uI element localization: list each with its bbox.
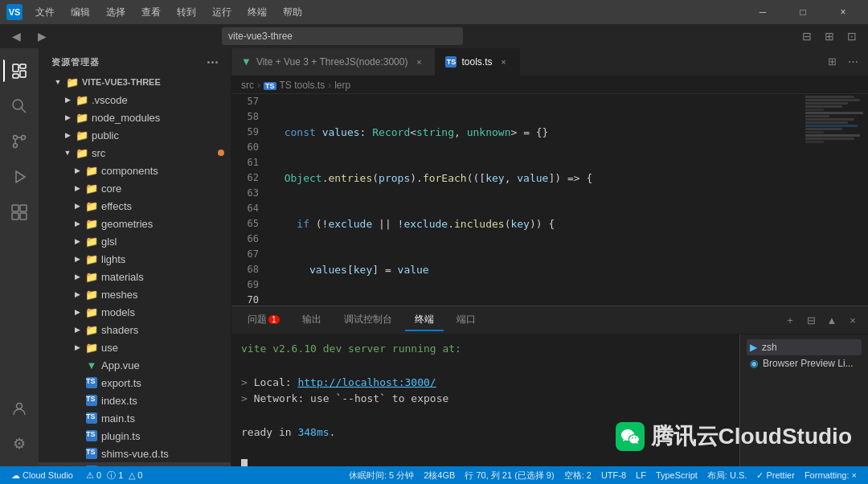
term-line-4: > Network: use `--host` to expose	[241, 391, 730, 408]
layout-icon[interactable]: ⊟	[797, 27, 817, 46]
indentation-status[interactable]: 空格: 2	[559, 466, 596, 484]
sidebar-item-components[interactable]: ▶ 📁 components	[39, 162, 231, 179]
maximize-button[interactable]: □	[784, 0, 821, 24]
language-status[interactable]: TypeScript	[651, 466, 702, 484]
sidebar-item-models[interactable]: ▶ 📁 models	[39, 303, 231, 321]
panel-tab-problems[interactable]: 问题1	[238, 310, 289, 331]
tab-close-button[interactable]: ×	[497, 55, 510, 68]
menu-select[interactable]: 选择	[100, 4, 132, 21]
tab-vite-vue3[interactable]: ▼ Vite + Vue 3 + ThreeJS(node:3000) ×	[231, 48, 436, 76]
resources-status[interactable]: 2核4GB	[419, 466, 460, 484]
maximize-panel-button[interactable]: ▲	[823, 311, 841, 329]
sidebar-item-lights[interactable]: ▶ 📁 lights	[39, 250, 231, 268]
tree-label: public	[92, 129, 119, 142]
explorer-icon[interactable]	[3, 55, 35, 87]
breadcrumb-symbol[interactable]: lerp	[334, 80, 350, 91]
source-control-icon[interactable]	[3, 125, 35, 158]
status-bar: ☁ Cloud Studio ⚠ 0 ⓘ 1 △ 0 休眠时间: 5 分钟 2核…	[0, 466, 868, 484]
menu-terminal[interactable]: 终端	[241, 4, 273, 21]
folder-icon: 📁	[76, 111, 88, 124]
close-button[interactable]: ×	[825, 0, 862, 24]
extensions-icon[interactable]	[3, 196, 35, 228]
code-line-59: if (!exclude || !exclude.includes(key)) …	[272, 216, 804, 232]
close-panel-button[interactable]: ×	[844, 311, 862, 329]
eol-status[interactable]: LF	[631, 466, 651, 484]
line-numbers: 57 58 59 60 61 62 63 64 65 66 67 68 69 7…	[231, 94, 265, 306]
sidebar-item-shaders[interactable]: ▶ 📁 shaders	[39, 321, 231, 338]
sidebar-item-node-modules[interactable]: ▶ 📁 node_modules	[39, 109, 231, 126]
prettier-status[interactable]: ✓ Prettier	[751, 466, 800, 484]
sidebar-item-plugin-ts[interactable]: TS plugin.ts	[39, 427, 231, 445]
tree-arrow: ▼	[61, 146, 74, 159]
cloud-studio-status[interactable]: ☁ Cloud Studio	[6, 466, 78, 484]
search-input[interactable]	[222, 27, 463, 45]
code-editor[interactable]: 57 58 59 60 61 62 63 64 65 66 67 68 69 7…	[231, 94, 868, 306]
folder-icon: 📁	[85, 341, 98, 354]
layout-status[interactable]: 布局: U.S.	[702, 466, 752, 484]
sidebar-item-app-vue[interactable]: ▼ App.vue	[39, 356, 231, 374]
svg-line-5	[22, 109, 27, 113]
layout-icon-3[interactable]: ⊡	[842, 27, 862, 46]
sidebar-item-meshes[interactable]: ▶ 📁 meshes	[39, 285, 231, 303]
formatting-status[interactable]: Formatting: ×	[800, 466, 862, 484]
back-button[interactable]: ◀	[6, 27, 26, 46]
tab-close-button[interactable]: ×	[412, 55, 425, 68]
tree-label: main.ts	[101, 412, 135, 425]
sidebar-item-shims-vue-dts[interactable]: TS shims-vue.d.ts	[39, 445, 231, 462]
tree-item-project-root[interactable]: ▼ 📁 VITE-VUE3-THREE	[39, 73, 231, 91]
more-tabs-button[interactable]: ⋯	[844, 53, 862, 71]
menu-help[interactable]: 帮助	[276, 4, 309, 21]
folder-icon: 📁	[85, 235, 98, 248]
menu-edit[interactable]: 编辑	[64, 4, 96, 21]
panel-tab-ports[interactable]: 端口	[447, 310, 485, 331]
sidebar-item-export-ts[interactable]: TS export.ts	[39, 374, 231, 392]
tab-tools-ts[interactable]: TS tools.ts ×	[436, 48, 520, 76]
sidebar-item-vscode[interactable]: ▶ 📁 .vscode	[39, 91, 231, 109]
settings-icon[interactable]: ⚙	[3, 428, 35, 460]
menu-goto[interactable]: 转到	[170, 4, 203, 21]
menu-run[interactable]: 运行	[206, 4, 238, 21]
svg-rect-12	[12, 213, 18, 219]
code-content[interactable]: const values: Record<string, unknown> = …	[265, 94, 804, 306]
sidebar-item-public[interactable]: ▶ 📁 public	[39, 126, 231, 144]
eol-label: LF	[636, 470, 646, 480]
panel-side-browser-preview[interactable]: ◉ Browser Preview Li...	[747, 355, 862, 371]
layout-icon-2[interactable]: ⊞	[820, 27, 839, 46]
split-terminal-button[interactable]: ⊟	[802, 311, 820, 329]
account-icon[interactable]	[3, 392, 35, 425]
sidebar-item-index-ts[interactable]: TS index.ts	[39, 392, 231, 409]
forward-button[interactable]: ▶	[32, 27, 51, 46]
errors-warnings-status[interactable]: ⚠ 0 ⓘ 1 △ 0	[81, 466, 147, 484]
panel-tab-debug-console[interactable]: 调试控制台	[334, 310, 402, 331]
sidebar-item-src[interactable]: ▼ 📁 src	[39, 144, 231, 162]
breadcrumb-src[interactable]: src	[241, 80, 254, 91]
sidebar-item-materials[interactable]: ▶ 📁 materials	[39, 268, 231, 285]
folder-icon: 📁	[85, 182, 98, 195]
encoding-status[interactable]: UTF-8	[596, 466, 631, 484]
cursor-position-status[interactable]: 行 70, 列 21 (已选择 9)	[460, 466, 559, 484]
sidebar-item-geometries[interactable]: ▶ 📁 geometries	[39, 215, 231, 232]
sidebar-item-glsl[interactable]: ▶ 📁 glsl	[39, 232, 231, 250]
breadcrumb-file[interactable]: TSTS tools.ts	[264, 80, 325, 91]
debug-icon[interactable]	[3, 161, 35, 193]
menu-view[interactable]: 查看	[135, 4, 167, 21]
new-terminal-button[interactable]: +	[781, 311, 799, 329]
sidebar-menu-button[interactable]	[207, 61, 218, 64]
panel-side-label: zsh	[762, 342, 777, 353]
search-activity-icon[interactable]	[3, 90, 35, 122]
minimize-button[interactable]: ─	[744, 0, 781, 24]
minimap	[804, 94, 868, 306]
panel-tab-terminal[interactable]: 终端	[405, 310, 444, 331]
local-link[interactable]: http://localhost:3000/	[297, 376, 436, 388]
sidebar-item-use[interactable]: ▶ 📁 use	[39, 338, 231, 356]
panel-tab-output[interactable]: 输出	[293, 310, 331, 331]
menu-file[interactable]: 文件	[29, 4, 61, 21]
panel-side-zsh[interactable]: ▶ zsh	[747, 339, 862, 355]
sleep-timer-status[interactable]: 休眠时间: 5 分钟	[344, 466, 419, 484]
terminal[interactable]: vite v2.6.10 dev server running at: > Lo…	[231, 334, 739, 466]
panel-tabs: 问题1 输出 调试控制台 终端 端口 + ⊟ ▲ ×	[231, 306, 868, 334]
sidebar-item-main-ts[interactable]: TS main.ts	[39, 409, 231, 427]
sidebar-item-core[interactable]: ▶ 📁 core	[39, 179, 231, 197]
split-editor-button[interactable]: ⊞	[823, 53, 841, 71]
sidebar-item-effects[interactable]: ▶ 📁 effects	[39, 197, 231, 215]
